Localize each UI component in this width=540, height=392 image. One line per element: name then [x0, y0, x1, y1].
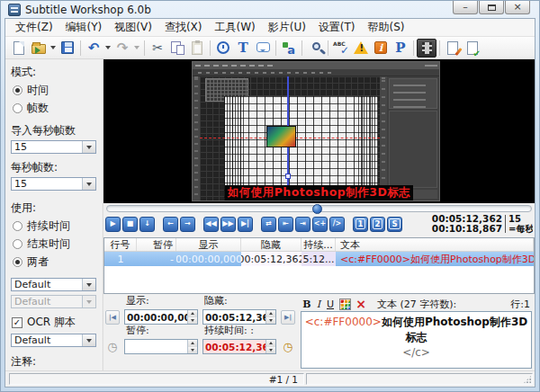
column-duration[interactable]: 持续... — [302, 238, 336, 251]
hide-time-spinner[interactable] — [266, 310, 275, 324]
media-next-button[interactable]: ▶| — [281, 310, 295, 325]
show-time-field[interactable]: 00:00:00,000 — [124, 309, 198, 325]
sync-point-1-button[interactable]: 1 — [353, 217, 368, 232]
pause-time-field[interactable] — [124, 339, 198, 354]
column-pause[interactable]: 暂停 — [137, 238, 176, 251]
table-row[interactable]: 1 - 00:00:00,000 00:05:12,362 5:12... <c… — [104, 252, 534, 266]
error-check-button[interactable]: ! — [351, 39, 371, 58]
subtitle-text-editor[interactable]: <c:#FF0000>如何使用Photoshop制作3D标志 </c> — [301, 311, 532, 369]
prev-subtitle-button[interactable]: ← — [163, 217, 178, 232]
hide-time-field[interactable]: 00:05:12,362 — [202, 309, 276, 325]
text-style-button[interactable]: T — [233, 39, 253, 58]
spin-up-icon[interactable] — [266, 310, 275, 317]
combo-dropdown-button[interactable] — [82, 141, 95, 153]
pause-time-spinner[interactable] — [187, 340, 197, 353]
save-button[interactable] — [58, 39, 77, 58]
play-button[interactable]: ▶ — [105, 217, 121, 232]
minimize-button[interactable]: – — [453, 1, 478, 14]
use-radio-endtime[interactable]: 结束时间 — [13, 236, 96, 252]
menu-movie[interactable]: 影片(U) — [262, 18, 312, 37]
duration-time-field[interactable]: 00:05:12,362 — [202, 339, 276, 354]
spin-up-icon[interactable] — [188, 310, 197, 317]
use-radio-both[interactable]: 两者 — [13, 254, 96, 270]
time-adjust-button[interactable] — [213, 39, 233, 58]
spin-down-icon[interactable] — [188, 347, 197, 354]
underline-button[interactable]: U — [324, 298, 337, 310]
fps-combo[interactable]: 15 — [11, 177, 96, 191]
use-radio-duration[interactable]: 持续时间 — [13, 218, 96, 234]
cut-button[interactable]: ✂ — [148, 39, 167, 58]
copy-button[interactable] — [167, 39, 187, 58]
rewind-button[interactable]: ◀◀ — [203, 217, 219, 232]
spin-up-icon[interactable] — [266, 340, 275, 347]
duration-time-spinner[interactable] — [266, 340, 275, 353]
search-button[interactable] — [305, 39, 325, 58]
column-hide[interactable]: 隐藏 — [241, 238, 302, 251]
menu-settings[interactable]: 设置(T) — [312, 18, 362, 37]
seek-current-button[interactable]: ↓ — [140, 217, 155, 232]
undo-dropdown-caret-icon[interactable] — [105, 46, 111, 49]
menu-view[interactable]: 视图(V) — [108, 18, 158, 37]
video-preview[interactable]: 如何使用Photoshop制作3D标志 — [104, 59, 535, 203]
redo-dropdown-caret-icon[interactable] — [134, 46, 140, 49]
ocr-scripts-button[interactable]: P — [391, 39, 410, 58]
redo-button[interactable]: ↷ — [112, 39, 132, 58]
remove-tags-button[interactable]: × — [354, 298, 368, 310]
stop-button[interactable]: ■ — [122, 217, 138, 232]
video-preview-toggle-button[interactable] — [417, 39, 436, 58]
combo-dropdown-button[interactable] — [82, 334, 95, 346]
frame-step-button[interactable]: ▶| — [238, 217, 253, 232]
paste-button[interactable] — [187, 39, 207, 58]
ocr-script-checkbox-row[interactable]: ✓ OCR 脚本 — [12, 315, 96, 330]
spin-down-icon[interactable] — [266, 347, 275, 354]
pause-clock-icon[interactable]: ◷ — [105, 340, 120, 354]
spellcheck-button[interactable]: ABC✓ — [331, 39, 351, 58]
insert-subtitle-button[interactable]: <+ — [312, 217, 328, 232]
bold-button[interactable]: B — [301, 298, 313, 310]
seek-thumb[interactable] — [312, 204, 322, 214]
new-button[interactable] — [9, 39, 29, 58]
seek-bar[interactable] — [104, 203, 535, 214]
close-button[interactable]: × — [505, 1, 530, 14]
maximize-button[interactable] — [479, 1, 504, 14]
spin-down-icon[interactable] — [266, 317, 275, 325]
column-show[interactable]: 显示 — [176, 238, 241, 251]
sync-point-2-button[interactable]: 2 — [370, 217, 385, 232]
open-dropdown-caret-icon[interactable] — [50, 46, 56, 49]
charset-primary-combo[interactable]: Default — [11, 278, 96, 291]
script-check-button[interactable]: ✔ — [463, 39, 482, 58]
subtitle-list[interactable]: 行号 暂停 显示 隐藏 持续... 文本 1 - 00:00:00,000 00… — [104, 237, 535, 294]
show-time-spinner[interactable] — [187, 310, 197, 324]
comment-button[interactable] — [253, 39, 273, 58]
input-fps-combo[interactable]: 15 — [11, 140, 96, 154]
forward-button[interactable]: ▶▶ — [220, 217, 236, 232]
column-text[interactable]: 文本 — [336, 238, 534, 251]
menu-file[interactable]: 文件(Z) — [9, 18, 59, 37]
combo-dropdown-button[interactable] — [82, 279, 95, 290]
next-subtitle-button[interactable]: → — [180, 217, 195, 232]
mode-radio-frames[interactable]: 帧数 — [13, 101, 96, 116]
spin-up-icon[interactable] — [188, 340, 197, 347]
set-start-button[interactable]: ⇤ — [278, 217, 293, 232]
menu-tools[interactable]: 工具(W) — [208, 18, 261, 37]
undo-button[interactable]: ↶ — [84, 39, 104, 58]
spin-down-icon[interactable] — [188, 317, 197, 325]
resize-grip[interactable] — [523, 375, 532, 384]
italic-button[interactable]: I — [313, 298, 324, 310]
set-end-button[interactable]: ⇥ — [295, 217, 310, 232]
combo-dropdown-button[interactable] — [82, 178, 95, 190]
duration-clock-icon[interactable]: ◷ — [281, 340, 295, 354]
loop-button[interactable]: ⇄ — [261, 217, 276, 232]
translate-button[interactable]: a — [279, 39, 299, 58]
ocr-script-combo[interactable]: Default — [11, 334, 96, 347]
open-button[interactable] — [29, 39, 49, 58]
information-button[interactable]: i — [371, 39, 391, 58]
menu-edit[interactable]: 编辑(Y) — [59, 18, 109, 37]
mode-radio-time[interactable]: 时间 — [13, 83, 96, 98]
menu-help[interactable]: 帮助(S) — [362, 18, 411, 37]
script-edit-button[interactable] — [443, 39, 463, 58]
column-num[interactable]: 行号 — [104, 238, 137, 251]
media-prev-button[interactable]: |◀ — [105, 310, 120, 325]
sync-point-button[interactable]: /> — [329, 217, 345, 232]
menu-search[interactable]: 查找(X) — [158, 18, 209, 37]
